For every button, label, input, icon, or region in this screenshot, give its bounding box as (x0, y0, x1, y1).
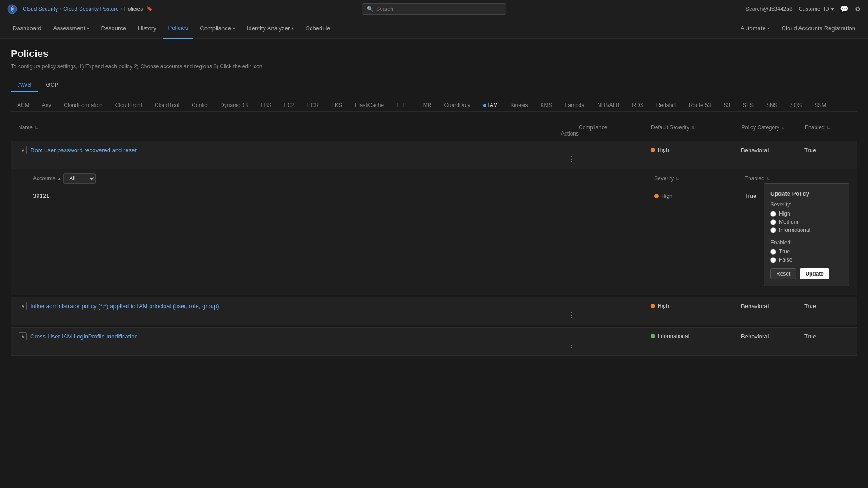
sort-icon[interactable]: ⇅ (766, 176, 770, 181)
expand-collapse-area: ∧ Root user password recovered and reset (19, 146, 578, 154)
search-bar: 🔍 (362, 3, 506, 15)
service-tab-ec2[interactable]: EC2 (278, 99, 301, 111)
update-button[interactable]: Update (800, 268, 829, 279)
service-tab-nlb-alb[interactable]: NLB/ALB (591, 99, 626, 111)
chevron-up-icon: ▲ (57, 176, 61, 181)
policy-row-2-header: ∨ Inline administrator policy (*:*) appl… (11, 297, 857, 325)
sub-account-id: 39121 (33, 192, 654, 199)
policy-category-1: Behavioral (741, 147, 804, 154)
policy-actions-menu-button-3[interactable]: ⋮ (566, 340, 578, 351)
service-tab-guardduty[interactable]: GuardDuty (438, 99, 477, 111)
nav-item-automate[interactable]: Automate ▾ (735, 18, 775, 39)
service-tab-lambda[interactable]: Lambda (559, 99, 591, 111)
accounts-label: Accounts (33, 175, 55, 182)
severity-option-medium[interactable]: Medium (770, 219, 843, 225)
sub-severity-1: High (654, 193, 745, 199)
service-tab-route53[interactable]: Route 53 (683, 99, 717, 111)
service-tab-any[interactable]: Any (36, 99, 58, 111)
policy-enabled-3: True (804, 333, 849, 340)
severity-high-label: High (779, 211, 790, 217)
service-tab-acm[interactable]: ACM (11, 99, 36, 111)
breadcrumb-cloud-security[interactable]: Cloud Security (23, 6, 58, 12)
service-tab-s3[interactable]: S3 (717, 99, 736, 111)
sort-icon[interactable]: ⇅ (675, 176, 679, 181)
service-tab-iam[interactable]: IAM (477, 99, 504, 111)
sort-icon[interactable]: ⇅ (826, 125, 830, 130)
service-tabs: ACM Any CloudFormation CloudFront CloudT… (11, 99, 857, 112)
chat-icon[interactable]: 💬 (840, 5, 849, 13)
policy-name-link-2[interactable]: Inline administrator policy (*:*) applie… (30, 303, 219, 310)
enabled-option-false[interactable]: False (770, 257, 843, 263)
breadcrumb-policies: Policies (124, 6, 143, 12)
sort-icon[interactable]: ⇅ (34, 125, 38, 130)
tab-aws[interactable]: AWS (11, 79, 38, 92)
expanded-table-header: Accounts ▲ All 39121 Severity ⇅ Enabled … (11, 169, 857, 188)
nav-item-identity-analyzer[interactable]: Identity Analyzer ▾ (241, 18, 299, 39)
breadcrumb-posture[interactable]: Cloud Security Posture (63, 6, 119, 12)
nav-item-assessment[interactable]: Assessment ▾ (48, 18, 95, 39)
nav-item-history[interactable]: History (132, 18, 161, 39)
service-tab-redshift[interactable]: Redshift (650, 99, 683, 111)
service-tab-elb[interactable]: ELB (390, 99, 413, 111)
cloud-tabs: AWS GCP (11, 79, 857, 92)
service-tab-ses[interactable]: SES (736, 99, 760, 111)
service-tab-eks[interactable]: EKS (325, 99, 349, 111)
policy-severity-2: High (651, 303, 741, 309)
service-tab-cloudfront[interactable]: CloudFront (109, 99, 148, 111)
policy-actions-menu-button-1[interactable]: ⋮ (566, 154, 578, 164)
settings-icon[interactable]: ⚙ (855, 5, 861, 13)
col-header-sub-enabled: Enabled ⇅ (745, 175, 835, 182)
accounts-select[interactable]: All 39121 (63, 173, 96, 184)
sort-icon[interactable]: ∧ (781, 125, 784, 130)
service-tab-emr[interactable]: EMR (413, 99, 438, 111)
service-tab-sqs[interactable]: SQS (784, 99, 808, 111)
severity-option-informational[interactable]: Informational (770, 227, 843, 233)
nav-item-compliance[interactable]: Compliance ▾ (194, 18, 241, 39)
service-tab-ecr[interactable]: ECR (301, 99, 325, 111)
service-tab-dynamodb[interactable]: DynamoDB (214, 99, 254, 111)
collapse-button[interactable]: ∧ (19, 146, 27, 154)
col-header-category: Policy Category ∧ (741, 124, 805, 131)
policy-severity-1: High (651, 147, 741, 153)
user-email: Search@d53442a8 (745, 6, 793, 12)
service-tab-cloudformation[interactable]: CloudFormation (57, 99, 108, 111)
service-tab-kms[interactable]: KMS (534, 99, 559, 111)
service-tab-ebs[interactable]: EBS (254, 99, 278, 111)
policy-actions-menu-button-2[interactable]: ⋮ (566, 310, 578, 320)
expanded-sub-row-1: 39121 High True Update Policy Severity: … (11, 188, 857, 204)
expand-button-3[interactable]: ∨ (19, 332, 27, 340)
svg-point-1 (11, 8, 14, 10)
service-tab-elasticache[interactable]: ElastiCache (349, 99, 390, 111)
panel-buttons: Reset Update (770, 268, 843, 279)
nav-item-cloud-accounts[interactable]: Cloud Accounts Registration (776, 18, 861, 39)
expand-button-2[interactable]: ∨ (19, 302, 27, 310)
policy-row-2: ∨ Inline administrator policy (*:*) appl… (11, 297, 857, 325)
policy-name-link-3[interactable]: Cross-User IAM LoginProfile modification (30, 333, 138, 340)
sort-icon[interactable]: ⇅ (691, 125, 695, 130)
nav-item-schedule[interactable]: Schedule (300, 18, 335, 39)
tab-gcp[interactable]: GCP (38, 79, 66, 92)
col-header-actions: Actions (18, 131, 579, 137)
service-tab-sns[interactable]: SNS (760, 99, 784, 111)
severity-informational-label: Informational (779, 227, 810, 233)
customer-id-label: Customer ID (799, 6, 829, 12)
severity-option-high[interactable]: High (770, 211, 843, 217)
policy-name-link-1[interactable]: Root user password recovered and reset (30, 147, 137, 154)
nav-item-dashboard[interactable]: Dashboard (7, 18, 47, 39)
service-tab-kinesis[interactable]: Kinesis (504, 99, 534, 111)
service-tab-cloudtrail[interactable]: CloudTrail (148, 99, 185, 111)
service-tab-ssm[interactable]: SSM (808, 99, 832, 111)
service-tab-config[interactable]: Config (185, 99, 214, 111)
customer-id-dropdown[interactable]: Customer ID ▾ (799, 6, 834, 12)
chevron-down-icon: ▾ (831, 6, 834, 12)
service-tab-rds[interactable]: RDS (626, 99, 650, 111)
search-input[interactable] (376, 6, 501, 12)
nav-item-resource[interactable]: Resource (95, 18, 132, 39)
enabled-true-label: True (779, 249, 790, 255)
navbar: Dashboard Assessment ▾ Resource History … (0, 18, 868, 39)
col-header-sub-severity: Severity ⇅ (654, 175, 745, 182)
nav-item-policies[interactable]: Policies (163, 18, 194, 39)
reset-button[interactable]: Reset (770, 268, 796, 279)
active-indicator-dot (483, 104, 486, 107)
enabled-option-true[interactable]: True (770, 249, 843, 255)
